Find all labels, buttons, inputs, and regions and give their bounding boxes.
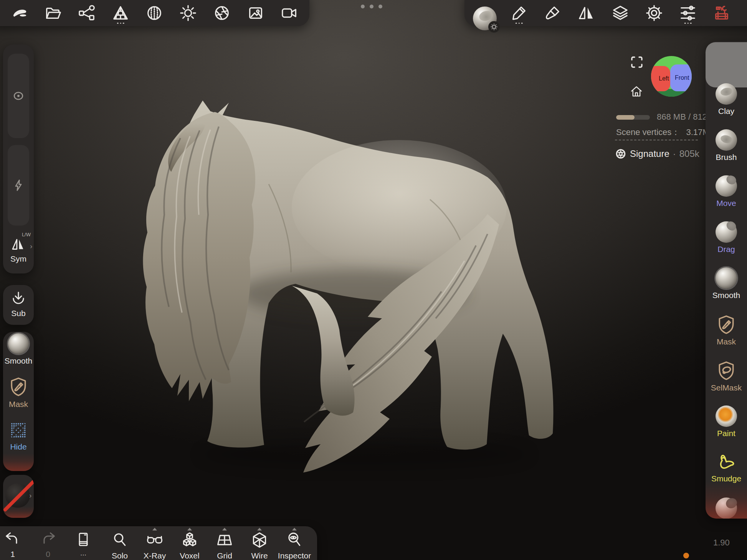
undo-button[interactable]: 1	[0, 526, 28, 560]
sub-label: Sub	[11, 309, 25, 318]
hide-shortcut-label: Hide	[10, 442, 26, 451]
paintbrush-icon	[544, 4, 562, 22]
material-panel[interactable]: ›	[3, 475, 34, 518]
mesh-vertex-count: 805k	[679, 148, 699, 159]
xray-caret[interactable]	[152, 528, 157, 530]
radius-slider[interactable]	[8, 54, 29, 138]
tool-selmask[interactable]: SelMask	[706, 359, 747, 405]
postprocess-button[interactable]	[205, 2, 239, 25]
inspector-caret[interactable]	[292, 528, 297, 530]
wire-button[interactable]: Wire	[242, 526, 277, 560]
nomad-logo-icon	[10, 4, 28, 22]
viewport-widgets: Left Front 868 MB / 812 M Scene vertices…	[613, 50, 709, 169]
tool-settings-badge[interactable]	[488, 21, 500, 33]
mask-shield-icon	[717, 314, 736, 335]
scene-vertices-label: Scene vertices：	[616, 127, 680, 137]
history-button[interactable]: …	[68, 526, 99, 560]
symmetry-toggle[interactable]: L/W Sym	[3, 232, 34, 264]
bottom-toolbar: 1 0 … Solo X-Ray	[0, 526, 317, 560]
smooth-tool-icon	[716, 267, 737, 289]
drag-tool-icon	[716, 221, 737, 243]
app-logo-button[interactable]	[2, 2, 36, 25]
grid-caret[interactable]	[222, 528, 227, 530]
redo-button[interactable]: 0	[33, 526, 63, 560]
orientation-gizmo[interactable]: Left Front	[650, 55, 692, 97]
sub-arrow-icon	[10, 290, 26, 306]
matcap-globe-icon	[145, 4, 163, 22]
sliders-icon	[679, 4, 697, 22]
tool-mask[interactable]: Mask	[706, 313, 747, 359]
brush-tool-icon	[716, 129, 737, 151]
tool-smudge[interactable]: Smudge	[706, 451, 747, 497]
topology-button[interactable]	[104, 2, 137, 25]
gizmo-front-label: Front	[675, 74, 689, 81]
smooth-shortcut-label: Smooth	[5, 356, 32, 366]
tool-smooth[interactable]: Smooth	[706, 267, 747, 313]
shortcut-mask[interactable]: Mask	[3, 376, 34, 409]
painting-button[interactable]	[536, 2, 570, 25]
stats-divider	[615, 140, 698, 140]
notebook-icon	[76, 532, 91, 548]
grid-icon	[216, 532, 233, 548]
settings-button[interactable]	[637, 2, 671, 25]
tool-planar[interactable]: Planar	[706, 497, 747, 519]
home-view-icon[interactable]	[630, 85, 643, 98]
debug-tools-button[interactable]	[705, 2, 739, 25]
grid-button[interactable]: Grid	[207, 526, 242, 560]
background-button[interactable]	[239, 2, 273, 25]
mesh-name: Signature	[630, 148, 669, 159]
shortcuts-scroll-fade	[3, 453, 34, 471]
shortcut-hide[interactable]: Hide	[3, 421, 34, 451]
voxel-button[interactable]: Voxel	[172, 526, 207, 560]
voxel-cubes-icon	[181, 532, 198, 548]
symmetry-button[interactable]	[570, 2, 603, 25]
redo-icon	[40, 532, 56, 547]
selmask-shield-icon	[717, 360, 736, 381]
interface-more-indicator	[684, 23, 692, 24]
mask-shortcut-label: Mask	[9, 400, 28, 409]
mesh-separator: ·	[673, 148, 676, 159]
tool-move[interactable]: Move	[706, 175, 747, 221]
xray-button[interactable]: X-Ray	[137, 526, 172, 560]
sun-icon	[179, 4, 197, 22]
layers-button[interactable]	[603, 2, 637, 25]
fullscreen-icon[interactable]	[630, 56, 643, 69]
canvas-menu-dots[interactable]	[361, 5, 382, 8]
inspector-eye-icon	[286, 532, 303, 548]
record-button[interactable]	[273, 2, 306, 25]
tool-drag[interactable]: Drag	[706, 221, 747, 267]
interface-button[interactable]	[671, 2, 705, 25]
sym-label: Sym	[10, 254, 26, 264]
solo-button[interactable]: Solo	[102, 526, 137, 560]
video-camera-icon	[281, 4, 298, 22]
sub-panel[interactable]: Sub	[3, 285, 34, 325]
undo-icon	[4, 532, 21, 547]
scene-vertices-text: Scene vertices： 3.17M	[616, 127, 710, 138]
move-tool-icon	[716, 175, 737, 197]
stroke-settings-button[interactable]	[502, 2, 536, 25]
layers-icon	[611, 4, 629, 22]
shortcut-smooth[interactable]: Smooth	[3, 333, 34, 366]
gear-icon	[645, 4, 663, 22]
tool-brush[interactable]: Brush	[706, 129, 747, 175]
voxel-caret[interactable]	[187, 528, 192, 530]
goggles-icon	[146, 532, 164, 548]
selected-mesh-row[interactable]: Signature · 805k	[615, 148, 699, 160]
autosave-indicator	[683, 553, 689, 558]
files-button[interactable]	[36, 2, 70, 25]
wireframe-icon	[251, 532, 268, 548]
scene-graph-button[interactable]	[70, 2, 104, 25]
lighting-button[interactable]	[171, 2, 205, 25]
tool-paint[interactable]: Paint	[706, 405, 747, 451]
material-button[interactable]	[137, 2, 171, 25]
inspector-button[interactable]: Inspector	[277, 526, 312, 560]
image-icon	[247, 4, 264, 22]
history-more: …	[80, 550, 87, 557]
brush-shortcuts-panel: Smooth Mask Hide	[3, 332, 34, 471]
tool-clay[interactable]: Clay	[706, 83, 747, 129]
sym-expand-chevron[interactable]: ›	[30, 242, 32, 250]
active-tool-preview[interactable]	[473, 7, 497, 30]
intensity-slider[interactable]	[8, 145, 29, 226]
wire-caret[interactable]	[257, 528, 262, 530]
material-expand-chevron[interactable]: ›	[29, 492, 31, 499]
